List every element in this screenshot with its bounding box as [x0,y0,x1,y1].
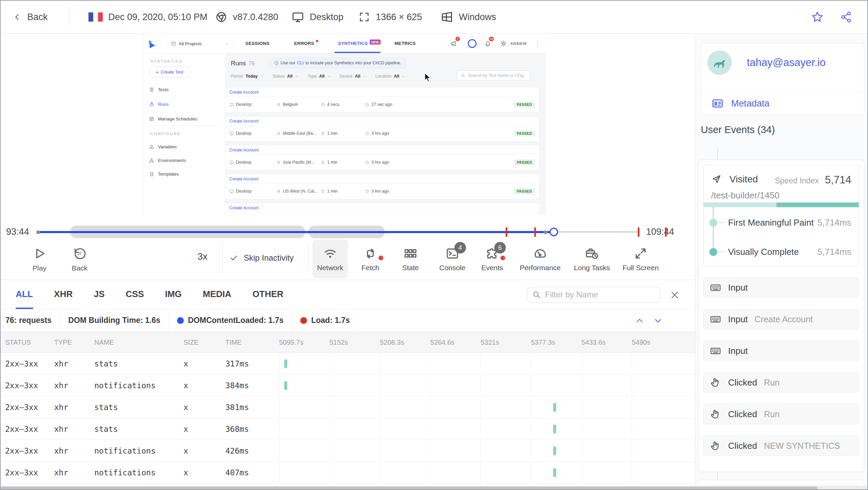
run-title-link[interactable]: Create Account [225,174,539,183]
request-row[interactable]: 2xx–3xx xhr notifications x 384ms [1,375,695,396]
event-type-label: Input [728,346,748,356]
app-nav-tab[interactable]: ERRORS [294,34,318,53]
close-panel-icon[interactable] [669,290,680,300]
sidebar-item[interactable]: Manage Schedules [149,115,197,123]
panel-toggle-button[interactable]: Long Tasks [566,240,617,278]
name-filter-box[interactable] [527,287,660,303]
animal-avatar-icon [711,54,728,71]
visited-event-card[interactable]: Visited Speed Index 5,714 /test-builder/… [703,165,859,267]
app-nav-tab[interactable]: METRICS [395,34,416,53]
network-filter-tab[interactable]: IMG [165,280,182,309]
cli-link[interactable]: CLI [297,61,304,65]
active-tab-underline [334,52,381,53]
user-menu[interactable]: KRAIEM [511,42,527,46]
session-replay-window: Back Dec 09, 2020, 05:10 PM v87.0.4280 D… [0,0,868,490]
search-icon [461,73,465,78]
test-search-box[interactable] [457,70,530,81]
run-title-link[interactable]: Create Account [225,116,539,126]
request-row[interactable]: 2xx–3xx xhr notifications x 426ms [1,440,695,462]
run-title-link[interactable]: Create Account [225,203,539,212]
request-type: xhr [54,359,68,368]
run-card[interactable]: Create Account Desktop Middle East (Ba..… [225,116,539,141]
gear-icon[interactable] [500,40,507,47]
request-type: xhr [54,403,68,412]
request-row[interactable]: 2xx–3xx xhr stats x 317ms [1,353,695,375]
panel-toggle-button[interactable]: Fetch [353,240,387,278]
run-card[interactable]: Create Account Desktop Asia Pacific (M..… [225,145,539,170]
jump-next-icon[interactable] [653,315,663,326]
user-email[interactable]: tahay@asayer.io [747,56,825,69]
run-location-label: Asia Pacific (M... [283,160,315,165]
request-row[interactable]: 2xx–3xx xhr stats x 381ms [1,396,695,418]
environments-icon [149,158,154,163]
request-time: 368ms [225,425,249,434]
panel-toggle-button[interactable]: Performance [514,240,566,278]
network-filter-tab[interactable]: CSS [126,280,144,309]
run-card[interactable]: Create Account Desktop Belgium [225,87,539,112]
request-row[interactable]: 2xx–3xx xhr notifications x 407ms [1,462,695,484]
user-event-row[interactable]: Clicked NEW SYNTHETICS [703,436,859,456]
paint-metric-row: First Meaningful Paint 5,714ms [704,208,859,237]
filter-dropdown[interactable]: Location All [375,74,405,79]
name-filter-input[interactable] [545,290,655,299]
network-filter-tab[interactable]: JS [94,280,105,309]
run-card[interactable]: Create Account Desktop US West (N. Cal..… [225,174,539,199]
sidebar-item-label: Tests [158,87,169,92]
user-event-row[interactable]: Clicked Run [703,404,859,424]
sidebar-item[interactable]: Environments [149,156,186,164]
horizontal-scrollbar[interactable] [1,486,868,490]
jump-previous-icon[interactable] [634,315,645,326]
network-filter-tab[interactable]: XHR [54,280,73,309]
network-filter-tab[interactable]: OTHER [253,280,284,309]
performance-gauge-icon [533,246,547,261]
panel-toggle-button[interactable]: 6 Events [475,240,510,278]
metric-dash [718,222,725,223]
events-group-card: Visited Speed Index 5,714 /test-builder/… [698,160,864,472]
app-nav-tab[interactable]: SESSIONS [245,34,270,53]
user-event-row[interactable]: Input [703,341,859,361]
time-column-label: 5264.6s [430,338,454,346]
event-target-label: NEW SYNTHETICS [764,441,840,451]
more-menu-icon[interactable]: ⋮ [535,40,540,46]
request-row[interactable]: 2xx–3xx xhr stats x 368ms [1,418,695,440]
sidebar-item[interactable]: Variables [149,143,177,151]
run-title-link[interactable]: Create Account [225,87,539,97]
user-event-row[interactable]: Clicked Run [703,372,859,393]
filter-dropdown[interactable]: Period Today [231,74,264,79]
filter-dropdown[interactable]: Status All [273,74,299,79]
user-event-row[interactable]: Input Create Account [703,309,859,329]
stopwatch-icon [149,102,154,107]
network-filter-tab[interactable]: MEDIA [203,280,231,309]
playhead[interactable] [550,228,558,236]
sidebar-item[interactable]: Tests [149,85,169,94]
sidebar-item[interactable]: Runs [149,100,169,108]
run-card[interactable]: Create Account Desktop Canada (Central) [225,203,539,215]
filter-dropdown[interactable]: Type All [307,74,331,79]
os-info: Windows [440,11,496,23]
back-button[interactable]: Back [13,12,48,22]
notifications-badge: 13 [489,37,494,41]
scrollbar-thumb[interactable] [1,487,818,490]
run-duration: 1 min [321,160,365,165]
speed-index: Speed Index 5,714 [775,174,851,186]
panel-toggle-button[interactable]: 4 Console [435,240,470,278]
request-waterfall-mark [553,446,556,455]
app-nav-tab[interactable]: SYNTHETICS NEW [338,34,381,53]
favorite-button[interactable] [811,11,824,23]
user-event-row[interactable]: Input [703,277,859,298]
sidebar-item[interactable]: Templates [149,170,179,178]
panel-toggle-button[interactable]: State [393,240,428,278]
test-search-input[interactable] [468,73,526,78]
panel-toggle-button[interactable]: Full Screen [615,240,666,278]
share-button[interactable] [840,11,852,23]
network-filter-tab[interactable]: ALL [16,280,33,309]
metadata-button[interactable]: Metadata [711,97,770,110]
long-tasks-icon [585,246,599,261]
paint-metrics: First Meaningful Paint 5,714ms Visually … [704,208,859,266]
run-title-link[interactable]: Create Account [225,145,539,154]
request-time: 426ms [225,446,249,455]
filter-dropdown[interactable]: Device All [340,74,367,79]
panel-toggle-button[interactable]: Network [312,240,348,278]
timeline-track[interactable] [38,227,640,237]
create-test-button[interactable]: + Create Test [148,66,191,78]
